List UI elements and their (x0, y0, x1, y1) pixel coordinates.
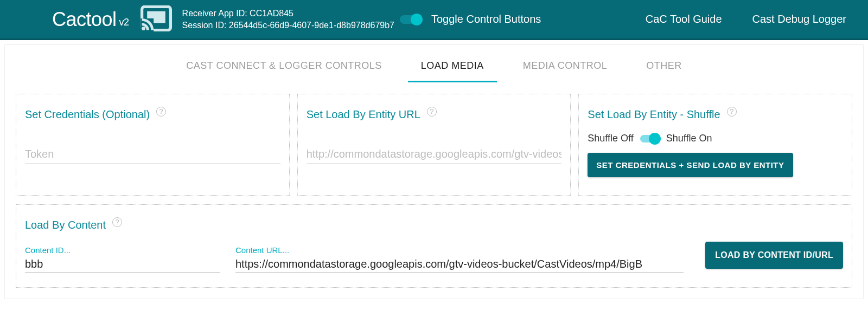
content-url-label: Content URL... (235, 245, 684, 255)
panel-title-shuffle: Set Load By Entity - Shuffle (588, 108, 720, 121)
app-version: v2 (119, 17, 129, 28)
panel-set-credentials: Set Credentials (Optional) ? (16, 94, 290, 196)
cast-icon[interactable] (140, 5, 173, 34)
help-icon[interactable]: ? (727, 107, 737, 117)
shuffle-toggle-knob (649, 133, 661, 145)
shuffle-on-label: Shuffle On (666, 133, 712, 144)
entity-url-input[interactable] (307, 145, 562, 164)
app-header: Cactool v2 Receiver App ID: CC1AD845 Ses… (0, 0, 868, 40)
shuffle-toggle[interactable] (640, 135, 660, 143)
help-icon[interactable]: ? (112, 217, 122, 227)
tab-bar: CAST CONNECT & LOGGER CONTROLS LOAD MEDI… (5, 45, 863, 83)
token-input[interactable] (25, 145, 280, 164)
content-url-input[interactable] (235, 256, 684, 273)
tab-cast-connect[interactable]: CAST CONNECT & LOGGER CONTROLS (167, 45, 401, 82)
help-icon[interactable]: ? (427, 107, 437, 117)
panel-load-by-content: Load By Content ? Content ID... Content … (16, 204, 852, 288)
session-id: Session ID: 26544d5c-66d9-4607-9de1-d8b9… (182, 20, 394, 31)
panel-title-entity-url: Set Load By Entity URL (307, 108, 420, 121)
content-id-label: Content ID... (25, 245, 220, 255)
svg-point-4 (142, 27, 145, 30)
receiver-app-id: Receiver App ID: CC1AD845 (182, 8, 394, 20)
load-by-content-button[interactable]: LOAD BY CONTENT ID/URL (705, 242, 843, 269)
set-credentials-send-button[interactable]: SET CREDENTIALS + SEND LOAD BY ENTITY (588, 153, 793, 177)
panel-set-entity-url: Set Load By Entity URL ? (297, 94, 571, 196)
help-icon[interactable]: ? (156, 107, 166, 117)
content-id-input[interactable] (25, 256, 220, 273)
panel-set-entity-shuffle: Set Load By Entity - Shuffle ? Shuffle O… (578, 94, 852, 196)
shuffle-off-label: Shuffle Off (588, 133, 633, 144)
tab-load-media[interactable]: LOAD MEDIA (401, 45, 503, 82)
tab-other[interactable]: OTHER (627, 45, 701, 82)
cast-debug-logger-link[interactable]: Cast Debug Logger (752, 13, 846, 25)
app-name: Cactool (52, 8, 117, 31)
toggle-knob (411, 14, 423, 25)
panel-title-load-by-content: Load By Content (25, 219, 106, 231)
tab-media-control[interactable]: MEDIA CONTROL (503, 45, 627, 82)
app-title: Cactool v2 (52, 8, 129, 31)
toggle-control-buttons-switch[interactable] (400, 15, 422, 24)
session-ids: Receiver App ID: CC1AD845 Session ID: 26… (182, 8, 394, 31)
cac-tool-guide-link[interactable]: CaC Tool Guide (646, 13, 722, 25)
toggle-control-buttons-label: Toggle Control Buttons (431, 13, 541, 25)
panel-title-credentials: Set Credentials (Optional) (25, 108, 150, 121)
